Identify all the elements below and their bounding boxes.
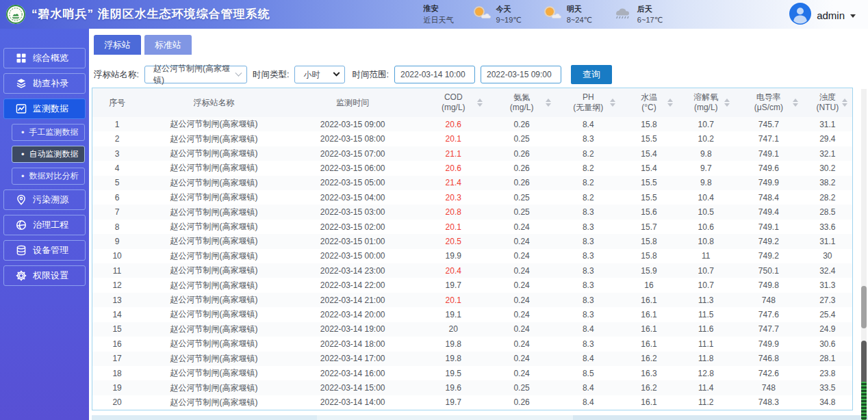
table-cell: 749.9 bbox=[735, 178, 803, 187]
table-cell: 11 bbox=[678, 251, 735, 261]
table-cell: 15.6 bbox=[620, 207, 677, 217]
sort-icon[interactable] bbox=[724, 99, 730, 107]
weather-city: 淮安 近日天气 bbox=[424, 3, 454, 25]
table-cell: 20.6 bbox=[419, 163, 487, 173]
scrollbar-thumb-dark[interactable] bbox=[861, 341, 867, 383]
table-cell: 16.2 bbox=[620, 383, 677, 393]
table-cell: 749.1 bbox=[735, 149, 803, 159]
query-button[interactable]: 查询 bbox=[571, 65, 612, 84]
sort-icon[interactable] bbox=[610, 99, 615, 107]
tab-inactive[interactable]: 标准站 bbox=[144, 35, 192, 55]
table-cell: 15.8 bbox=[620, 120, 677, 129]
time-start-input[interactable] bbox=[394, 66, 475, 83]
table-cell: 20.8 bbox=[419, 207, 487, 217]
scrollbar-thumb-green[interactable] bbox=[861, 382, 867, 420]
table-cell: 20.4 bbox=[419, 266, 487, 276]
table-cell: 7 bbox=[92, 207, 142, 217]
table-row: 18赵公河节制闸(高家堰镇)2022-03-14 16:0019.50.248.… bbox=[92, 366, 852, 380]
table-cell: 20.1 bbox=[419, 222, 487, 232]
table-header: 序号浮标站名称监测时间COD(mg/L)氨氮(mg/L)PH(无量纲)水温(°C… bbox=[92, 88, 852, 117]
table-cell: 16.1 bbox=[620, 324, 677, 334]
table-cell: 17 bbox=[92, 354, 142, 363]
sidebar-item[interactable]: 权限设置 bbox=[3, 265, 86, 286]
bullet-icon: • bbox=[21, 128, 25, 137]
table-cell: 2022-03-15 09:00 bbox=[286, 120, 419, 129]
table-cell: 11.2 bbox=[678, 397, 735, 407]
column-header[interactable]: 水温(°C) bbox=[620, 88, 677, 117]
table-row: 7赵公河节制闸(高家堰镇)2022-03-15 03:0020.80.258.3… bbox=[92, 205, 852, 219]
scrollbar[interactable] bbox=[861, 89, 867, 420]
sidebar-subitem[interactable]: •数据对比分析 bbox=[12, 168, 85, 185]
chart-icon bbox=[16, 103, 27, 114]
table-cell: 745.7 bbox=[735, 120, 803, 129]
table-cell: 8.3 bbox=[556, 280, 620, 290]
station-select[interactable]: 赵公河节制闸(高家堰镇) bbox=[144, 66, 247, 83]
sidebar-subitem[interactable]: •手工监测数据 bbox=[12, 124, 85, 141]
column-name: COD bbox=[444, 92, 463, 103]
weather-day-label: 今天 bbox=[496, 4, 522, 14]
table-cell: 31.3 bbox=[803, 280, 852, 290]
table-cell: 16 bbox=[620, 280, 677, 290]
table-cell: 750.1 bbox=[735, 266, 803, 276]
main-content: 浮标站标准站 浮标站名称: 赵公河节制闸(高家堰镇) 时间类型: 小时 时间范围… bbox=[89, 29, 868, 420]
table-cell: 14 bbox=[92, 310, 142, 319]
table-cell: 0.24 bbox=[487, 324, 556, 334]
column-header[interactable]: 浊度(NTU) bbox=[803, 88, 852, 117]
table-cell: 9 bbox=[92, 237, 142, 246]
column-header[interactable]: PH(无量纲) bbox=[556, 88, 620, 117]
table-cell: 747.1 bbox=[735, 134, 803, 144]
table-cell: 8.4 bbox=[556, 324, 620, 334]
table-cell: 16.1 bbox=[620, 310, 677, 319]
sidebar-item[interactable]: 治理工程 bbox=[3, 215, 86, 235]
tab-active[interactable]: 浮标站 bbox=[94, 35, 141, 55]
sort-icon[interactable] bbox=[793, 99, 798, 107]
scrollbar-thumb[interactable] bbox=[861, 286, 867, 328]
app-root: “碧水哨兵” 淮阴区水生态环境综合管理系统 淮安 近日天气 今天9~19℃明天8… bbox=[0, 0, 868, 420]
sidebar-item[interactable]: 设备管理 bbox=[3, 240, 86, 261]
weather-day: 后天6~17℃ bbox=[613, 4, 663, 25]
table-cell: 8.4 bbox=[556, 120, 620, 129]
column-header: 监测时间 bbox=[286, 88, 419, 117]
table-cell: 749.9 bbox=[735, 339, 803, 349]
table-cell: 32.1 bbox=[803, 149, 852, 159]
table-cell: 2022-03-14 23:00 bbox=[286, 266, 419, 276]
time-type-select[interactable]: 小时 bbox=[294, 66, 345, 83]
table-cell: 0.24 bbox=[487, 369, 556, 378]
table-cell: 8.3 bbox=[556, 134, 620, 144]
sort-icon[interactable] bbox=[842, 99, 847, 107]
table-cell: 19 bbox=[92, 383, 142, 393]
sidebar-item-label: 设备管理 bbox=[33, 244, 68, 257]
table-cell: 15.9 bbox=[620, 266, 677, 276]
table-cell: 0.24 bbox=[487, 310, 556, 319]
table-cell: 8.3 bbox=[556, 222, 620, 232]
column-header[interactable]: COD(mg/L) bbox=[419, 88, 487, 117]
table-cell: 10.4 bbox=[678, 193, 735, 202]
table-cell: 748.4 bbox=[735, 193, 803, 202]
sidebar-item[interactable]: 综合概览 bbox=[3, 48, 86, 68]
column-header[interactable]: 电导率(μS/cm) bbox=[735, 88, 803, 117]
sidebar-item[interactable]: 污染溯源 bbox=[3, 189, 86, 210]
table-cell: 32.4 bbox=[803, 266, 852, 276]
table-cell: 11.3 bbox=[678, 296, 735, 305]
column-header[interactable]: 氨氮(mg/L) bbox=[487, 88, 556, 117]
column-header[interactable]: 溶解氧(mg/L) bbox=[678, 88, 735, 117]
table-cell: 746.8 bbox=[735, 354, 803, 363]
sidebar-item[interactable]: 监测数据 bbox=[3, 99, 86, 119]
sidebar-item-label: 治理工程 bbox=[33, 219, 68, 231]
sort-icon[interactable] bbox=[477, 99, 483, 107]
sidebar-item[interactable]: 勘查补录 bbox=[3, 73, 86, 94]
table-cell: 8.3 bbox=[556, 339, 620, 349]
table-cell: 2022-03-14 15:00 bbox=[286, 383, 419, 393]
table-row: 12赵公河节制闸(高家堰镇)2022-03-14 22:0019.70.248.… bbox=[92, 278, 852, 292]
table-cell: 28.2 bbox=[803, 193, 852, 202]
time-end-input[interactable] bbox=[481, 66, 561, 83]
sort-icon[interactable] bbox=[667, 99, 673, 107]
user-menu[interactable]: admin bbox=[789, 3, 856, 27]
table-cell: 赵公河节制闸(高家堰镇) bbox=[142, 265, 286, 276]
rain-icon bbox=[613, 5, 633, 23]
sidebar-subitem[interactable]: •自动监测数据 bbox=[12, 146, 85, 163]
table-row: 20赵公河节制闸(高家堰镇)2022-03-14 14:0019.70.268.… bbox=[92, 395, 852, 410]
table-cell: 赵公河节制闸(高家堰镇) bbox=[142, 133, 286, 145]
weather-city-name: 淮安 bbox=[424, 3, 454, 14]
sort-icon[interactable] bbox=[546, 99, 551, 107]
